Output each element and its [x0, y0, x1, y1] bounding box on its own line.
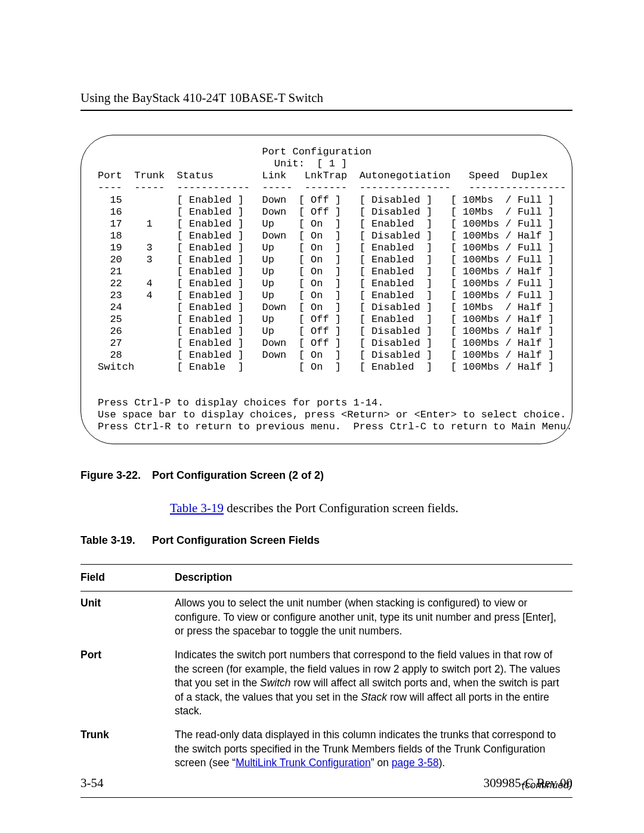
- table-row: UnitAllows you to select the unit number…: [80, 592, 572, 643]
- running-header: Using the BayStack 410-24T 10BASE-T Swit…: [80, 89, 572, 111]
- terminal-screen: Port Configuration Unit: [ 1 ] Port Trun…: [80, 135, 572, 444]
- table-caption-text: Port Configuration Screen Fields: [152, 534, 320, 546]
- page-footer: 3-54 309985-C Rev 00: [80, 769, 572, 791]
- field-desc: Allows you to select the unit number (wh…: [175, 592, 572, 643]
- table-row: PortIndicates the switch port numbers th…: [80, 643, 572, 723]
- field-desc: Indicates the switch port numbers that c…: [175, 643, 572, 723]
- fields-table: Field Description UnitAllows you to sele…: [80, 564, 572, 775]
- table-row: TrunkThe read-only data displayed in thi…: [80, 723, 572, 775]
- field-name: Unit: [80, 592, 175, 643]
- field-name: Port: [80, 643, 175, 723]
- field-name: Trunk: [80, 723, 175, 775]
- header-title: Using the BayStack 410-24T 10BASE-T Swit…: [80, 91, 323, 105]
- multilink-trunk-link[interactable]: MultiLink Trunk Configuration: [236, 757, 371, 769]
- table-head-row: Field Description: [80, 565, 572, 592]
- col-description: Description: [175, 565, 572, 592]
- col-field: Field: [80, 565, 175, 592]
- table-caption: Table 3-19. Port Configuration Screen Fi…: [80, 533, 572, 547]
- table-label: Table 3-19.: [80, 533, 149, 547]
- page-number: 3-54: [80, 775, 104, 791]
- doc-id: 309985-C Rev 00: [484, 775, 572, 791]
- figure-text: Port Configuration Screen (2 of 2): [152, 469, 324, 481]
- para-rest: describes the Port Configuration screen …: [224, 501, 459, 515]
- figure-label: Figure 3-22.: [80, 468, 149, 482]
- figure-caption: Figure 3-22. Port Configuration Screen (…: [80, 468, 572, 482]
- field-desc: The read-only data displayed in this col…: [175, 723, 572, 775]
- table-crossref-link[interactable]: Table 3-19: [170, 501, 224, 515]
- body-paragraph: Table 3-19 describes the Port Configurat…: [170, 500, 572, 516]
- page-ref-link[interactable]: page 3-58: [392, 757, 439, 769]
